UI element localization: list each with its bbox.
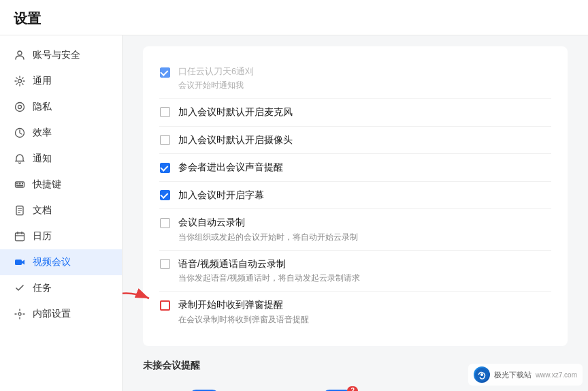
sidebar-item-calendar[interactable]: 日历 [0,223,122,249]
svg-rect-11 [16,233,24,241]
internal-icon [14,308,26,320]
sound-text: 参会者进出会议声音提醒 [178,161,551,174]
cloudrecord-checkbox-wrap [159,217,170,228]
mic-checkbox-wrap [159,107,170,118]
cloudrecord-checkbox[interactable] [160,218,170,228]
sound-checkbox-wrap [159,162,170,173]
sound-checkbox[interactable] [160,163,170,173]
recordalert-text: 录制开始时收到弹窗提醒 在会议录制时将收到弹窗及语音提醒 [178,298,551,325]
svg-point-3 [18,106,22,109]
svg-point-2 [16,103,24,112]
setting-row-recordalert: 录制开始时收到弹窗提醒 在会议录制时将收到弹窗及语音提醒 [159,292,551,332]
recordalert-checkbox[interactable] [160,300,170,311]
recordalert-checkbox-wrap [159,300,170,311]
missed-card-1: 未接会议提醒 [143,379,265,391]
privacy-icon [14,101,26,113]
sidebar-label-calendar: 日历 [33,230,52,243]
partial-setting-row: 口任云认刀天6通刈 会议开始时通知我 [159,60,551,99]
svg-rect-12 [15,260,22,265]
documents-icon [14,204,26,217]
watermark-logo [474,366,490,383]
sidebar-item-general[interactable]: 通用 [0,68,122,94]
sidebar-label-privacy: 隐私 [33,101,52,113]
svg-point-0 [18,51,22,55]
sidebar-item-internal[interactable]: 内部设置 [0,301,122,327]
partial-setting-text: 口任云认刀天6通刈 会议开始时通知我 [178,65,551,91]
svg-point-1 [18,80,22,83]
subtitle-label: 加入会议时开启字幕 [178,189,551,202]
missed-card-2: 2 [276,379,399,391]
setting-row-mic: 加入会议时默认开启麦克风 [159,99,551,127]
page-title: 设置 [14,10,574,28]
voicerecord-checkbox[interactable] [160,259,170,269]
camera-text: 加入会议时默认开启摄像头 [178,134,551,147]
settings-section: 口任云认刀天6通刈 会议开始时通知我 加入会议时默认开启麦克风 [143,46,568,346]
partial-checkbox[interactable] [160,67,170,78]
voicerecord-checkbox-wrap [159,259,170,270]
sidebar-item-videomeeting[interactable]: 视频会议 [0,249,122,275]
sidebar-item-account[interactable]: 账号与安全 [0,42,122,68]
badge-count: 2 [347,386,358,391]
camera-checkbox[interactable] [160,135,170,145]
sidebar-item-shortcuts[interactable]: 快捷键 [0,172,122,198]
voicerecord-label: 语音/视频通话自动云录制 [178,257,551,271]
setting-row-camera: 加入会议时默认开启摄像头 [159,127,551,155]
sidebar-label-general: 通用 [33,75,52,87]
sidebar-label-account: 账号与安全 [33,49,80,61]
sidebar-item-notification[interactable]: 通知 [0,146,122,172]
voicerecord-text: 语音/视频通话自动云录制 当你发起语音/视频通话时，将自动发起云录制请求 [178,257,551,284]
setting-row-cloudrecord: 会议自动云录制 当你组织或发起的会议开始时，将自动开始云录制 [159,209,551,250]
svg-point-13 [18,313,21,315]
camera-label: 加入会议时默认开启摄像头 [178,134,551,147]
svg-rect-6 [16,183,18,185]
partial-checkbox-wrap [159,67,170,78]
sidebar-item-tasks[interactable]: 任务 [0,275,122,301]
svg-rect-7 [19,183,21,185]
cloudrecord-text: 会议自动云录制 当你组织或发起的会议开始时，将自动开始云录制 [178,216,551,243]
sidebar-label-shortcuts: 快捷键 [33,178,61,191]
camera-checkbox-wrap [159,135,170,146]
cloudrecord-desc: 当你组织或发起的会议开始时，将自动开始云录制 [178,232,551,243]
calendar-icon [14,230,26,243]
notification-icon [14,153,26,165]
partial-label: 口任云认刀天6通刈 [178,65,551,78]
title-bar: 设置 [0,0,588,35]
red-arrow-annotation [122,285,159,312]
sidebar-item-privacy[interactable]: 隐私 [0,94,122,120]
sidebar-item-efficiency[interactable]: 效率 [0,120,122,146]
content-area: 口任云认刀天6通刈 会议开始时通知我 加入会议时默认开启麦克风 [122,35,588,391]
setting-row-subtitle: 加入会议时开启字幕 [159,182,551,210]
voicerecord-desc: 当你发起语音/视频通话时，将自动发起云录制请求 [178,272,551,284]
sidebar: 账号与安全 通用 隐私 [0,35,122,391]
svg-point-18 [480,373,483,376]
svg-rect-5 [16,182,24,187]
tasks-icon [14,282,26,294]
sidebar-item-documents[interactable]: 文档 [0,198,122,223]
svg-rect-8 [22,183,23,185]
subtitle-text: 加入会议时开启字幕 [178,189,551,202]
partial-desc: 会议开始时通知我 [178,80,551,91]
sidebar-label-efficiency: 效率 [33,127,52,139]
general-icon [14,75,26,87]
sidebar-label-documents: 文档 [33,204,52,217]
watermark-url: www.xz7.com [536,371,577,379]
subtitle-checkbox[interactable] [160,190,170,200]
cloudrecord-label: 会议自动云录制 [178,216,551,230]
recordalert-desc: 在会议录制时将收到弹窗及语音提醒 [178,314,551,326]
subtitle-checkbox-wrap [159,190,170,201]
videomeeting-icon [14,256,26,268]
svg-rect-9 [16,185,23,187]
mic-text: 加入会议时默认开启麦克风 [178,106,551,119]
mic-label: 加入会议时默认开启麦克风 [178,106,551,119]
account-icon [14,49,26,61]
setting-row-voicerecord: 语音/视频通话自动云录制 当你发起语音/视频通话时，将自动发起云录制请求 [159,251,551,292]
watermark: 极光下载站 www.xz7.com [468,364,583,386]
setting-row-sound: 参会者进出会议声音提醒 [159,154,551,182]
sound-label: 参会者进出会议声音提醒 [178,161,551,174]
sidebar-label-internal: 内部设置 [33,308,71,320]
mic-checkbox[interactable] [160,107,170,117]
shortcuts-icon [14,178,26,191]
sidebar-label-notification: 通知 [33,153,52,165]
sidebar-label-tasks: 任务 [33,282,52,294]
recordalert-label: 录制开始时收到弹窗提醒 [178,298,551,312]
